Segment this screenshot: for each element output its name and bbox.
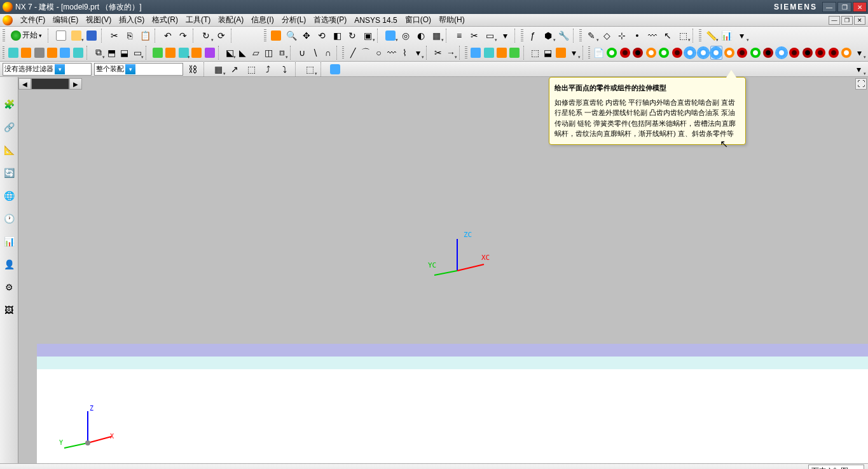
undo-button[interactable]: ↶ [161,29,175,43]
revolve-button[interactable] [165,46,176,60]
arc-button[interactable]: ⌒ [360,46,371,60]
view-zoom-button[interactable]: 🔍 [284,29,298,43]
surface-btn-3[interactable] [496,46,507,60]
redo-button[interactable]: ↷ [176,29,190,43]
shaded-button[interactable] [383,29,397,43]
unite-button[interactable]: ∪ [296,46,307,60]
mdi-restore-button[interactable]: ❐ [841,16,853,25]
graphics-viewport[interactable]: ◀ ▶ ⛶ 给出平面点的零件或组件的拉伸模型 如修齿形直齿轮 内齿轮 平行轴内外… [18,77,868,463]
mdi-minimize-button[interactable]: — [829,16,840,25]
history-tab[interactable]: 🕐 [2,212,16,226]
part-navigator-tab[interactable]: 🧩 [2,97,16,111]
filter-btn-4[interactable]: ⬚ [244,62,258,76]
select-button[interactable]: ⬚ [676,29,690,43]
filter-btn-6[interactable]: ⤵ [277,62,291,76]
surface-btn-2[interactable] [483,46,494,60]
point-button[interactable]: • [630,29,644,43]
line-button[interactable]: ╱ [347,46,358,60]
gear-red-2[interactable] [672,46,683,60]
toolbar-grip[interactable] [3,29,5,42]
gear-orange-1[interactable] [645,46,657,60]
wireframe-button[interactable]: ◎ [399,29,413,43]
dropdown-button[interactable]: ▾ [55,64,65,74]
surface-btn-4[interactable] [509,46,520,60]
expand-view-button[interactable]: ⛶ [855,78,867,90]
filter-btn-7[interactable]: ⬚ [303,62,317,76]
section-button[interactable]: ▭ [483,29,497,43]
menu-window[interactable]: 窗口(O) [401,13,435,27]
view-rotate-button[interactable]: ⟲ [315,29,329,43]
view-pan-button[interactable]: ✥ [300,29,313,43]
extrude-button[interactable] [151,46,163,60]
datum-button[interactable]: ◇ [600,29,614,43]
hidden-button[interactable]: ◐ [414,29,428,43]
gear-darkred-2[interactable] [762,46,774,60]
roles-tab[interactable]: 👤 [2,257,16,271]
refresh-button[interactable]: ⟳ [214,29,228,43]
reuse-library-tab[interactable]: 🔄 [2,166,16,180]
hd3d-tab[interactable]: 📊 [2,234,16,248]
menu-help[interactable]: 帮助(H) [435,13,469,27]
view-tab-active[interactable] [31,78,69,90]
copy-button[interactable]: ⎘ [123,29,137,43]
menu-assembly[interactable]: 装配(A) [214,13,247,27]
subtract-button[interactable]: ∖ [309,46,320,60]
gear-darkred-3[interactable] [801,46,813,60]
new-button[interactable] [54,29,68,43]
assembly-constraint-button[interactable]: ⧉ [92,46,104,60]
mdi-close-button[interactable]: ✕ [854,16,865,25]
more-button[interactable]: ▾ [734,29,748,43]
mesh-btn-2[interactable]: ⬓ [542,46,553,60]
pointer-button[interactable]: ↖ [661,29,675,43]
filter-btn-3[interactable]: ↗ [228,62,242,76]
view-cube-button[interactable]: ◧ [330,29,344,43]
groove-button[interactable] [203,46,215,60]
feature-button[interactable]: ⬢ [541,29,555,43]
toolbar-grip[interactable] [579,29,582,42]
assembly-btn-7[interactable]: ⬒ [106,46,117,60]
menu-file[interactable]: 文件(F) [17,13,49,27]
selection-filter-combo[interactable]: 没有选择过滤器 ▾ [3,63,92,76]
trim-button[interactable]: ✂ [432,46,443,60]
web-browser-tab[interactable]: 🌐 [2,189,16,203]
gear-green-3[interactable] [750,46,761,60]
measure-button[interactable]: 📏 [704,29,718,43]
menu-info[interactable]: 信息(I) [247,13,277,27]
view-style-button[interactable]: ▣ [361,29,375,43]
render-tab[interactable]: 🖼 [2,303,16,317]
filter-btn-8[interactable] [328,62,342,76]
repeat-command-button[interactable]: ↻ [199,29,213,43]
gear-red-1[interactable] [619,46,631,60]
gear-more-button[interactable]: ▾ [853,46,865,60]
gear-blue-2[interactable] [698,46,709,60]
assembly-btn-5[interactable] [59,46,71,60]
gear-green-1[interactable] [606,46,617,60]
helix-button[interactable]: ⌇ [399,46,410,60]
gear-red-3[interactable] [736,46,748,60]
filter-btn-1[interactable]: ⛓ [186,62,200,76]
layer-button[interactable]: ≡ [452,29,466,43]
blend-button[interactable]: ⬕ [224,46,235,60]
options-button[interactable]: ▾ [851,62,865,76]
curve-more-button[interactable]: ▾ [412,46,424,60]
system-tab[interactable]: ⚙ [2,280,16,294]
paste-button[interactable]: 📋 [138,29,152,43]
intersect-button[interactable]: ∩ [322,46,333,60]
gear-blue-3[interactable] [776,46,787,60]
tab-scroll-right-button[interactable]: ▶ [69,78,82,90]
page-button[interactable]: 📄 [593,46,605,60]
mesh-more-button[interactable]: ▾ [568,46,579,60]
assembly-btn-4[interactable] [46,46,58,60]
circle-button[interactable]: ○ [373,46,384,60]
menu-view[interactable]: 视图(V) [82,13,115,27]
toolbar-grip[interactable] [465,46,467,59]
gear-red-5[interactable] [815,46,826,60]
menu-ansys[interactable]: ANSYS 14.5 [350,15,401,26]
maximize-button[interactable]: ❐ [837,2,851,12]
gear-blue-1[interactable] [684,46,696,60]
toolbar-grip[interactable] [264,29,266,42]
assembly-btn-2[interactable] [20,46,32,60]
gear-orange-3[interactable] [841,46,852,60]
toolbar-grip[interactable] [342,46,344,59]
surface-btn-1[interactable] [470,46,481,60]
